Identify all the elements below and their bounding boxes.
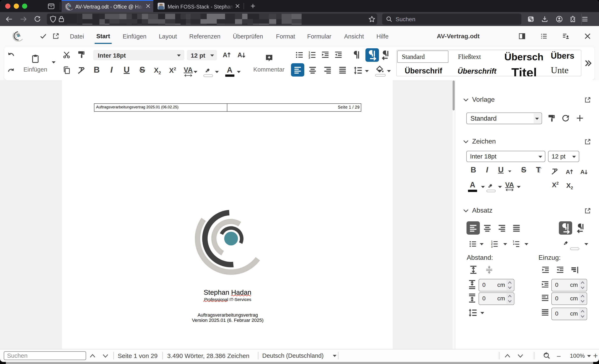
svg-text:A: A bbox=[238, 51, 242, 59]
svg-text:3: 3 bbox=[309, 56, 310, 59]
svg-text:A: A bbox=[566, 169, 570, 175]
svg-text:A: A bbox=[580, 169, 584, 175]
svg-text:A: A bbox=[223, 51, 228, 59]
svg-text:1: 1 bbox=[513, 240, 514, 243]
svg-text:3: 3 bbox=[491, 245, 493, 248]
